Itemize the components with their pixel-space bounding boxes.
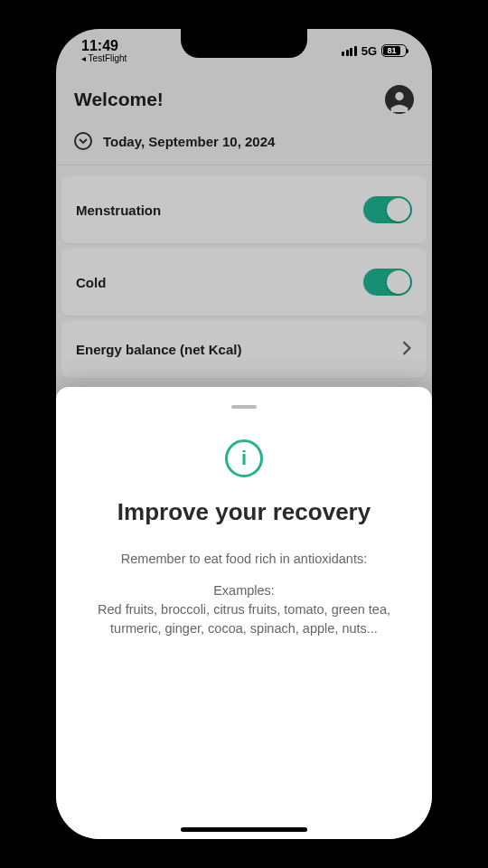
home-indicator[interactable]	[181, 827, 307, 832]
toggle-cold[interactable]	[363, 269, 412, 296]
volume-up-button	[42, 253, 47, 307]
sheet-examples-label: Examples:	[213, 583, 275, 598]
chevron-right-icon	[401, 341, 412, 358]
power-button	[441, 253, 446, 335]
sheet-examples-text: Red fruits, broccoli, citrus fruits, tom…	[98, 602, 390, 636]
card-menstruation: Menstruation	[61, 176, 427, 243]
card-list: Menstruation Cold Energy balance (net Kc…	[56, 165, 432, 378]
bottom-sheet: i Improve your recovery Remember to eat …	[56, 387, 432, 839]
page-header: Welcome! Today, September 10, 2024	[56, 72, 432, 165]
card-cold: Cold	[61, 249, 427, 316]
drag-handle[interactable]	[231, 405, 257, 409]
network-label: 5G	[361, 44, 377, 58]
card-label: Energy balance (net Kcal)	[76, 342, 241, 357]
device-notch	[181, 29, 307, 58]
date-label: Today, September 10, 2024	[103, 134, 275, 149]
date-selector[interactable]: Today, September 10, 2024	[74, 132, 414, 150]
page-title: Welcome!	[74, 89, 164, 110]
info-icon: i	[225, 439, 263, 477]
phone-frame: 11:49 ◂ TestFlight 5G 81 Welcome!	[45, 18, 443, 850]
sheet-title: Improve your recovery	[117, 499, 371, 526]
profile-button[interactable]	[385, 85, 414, 114]
battery-icon: 81	[381, 44, 407, 57]
signal-icon	[342, 46, 357, 56]
card-label: Cold	[76, 275, 106, 290]
card-label: Menstruation	[76, 203, 161, 218]
volume-down-button	[42, 321, 47, 375]
sheet-body: Remember to eat food rich in antioxidant…	[83, 550, 405, 651]
svg-point-1	[395, 92, 403, 100]
battery-level: 81	[383, 46, 400, 55]
sheet-line-intro: Remember to eat food rich in antioxidant…	[83, 550, 405, 569]
status-back-to-app[interactable]: ◂ TestFlight	[81, 54, 127, 63]
toggle-menstruation[interactable]	[363, 196, 412, 223]
chevron-down-icon	[74, 132, 92, 150]
card-energy-balance[interactable]: Energy balance (net Kcal)	[61, 321, 427, 378]
status-time: 11:49	[81, 39, 127, 53]
mute-switch	[42, 199, 47, 231]
user-icon	[387, 87, 412, 112]
